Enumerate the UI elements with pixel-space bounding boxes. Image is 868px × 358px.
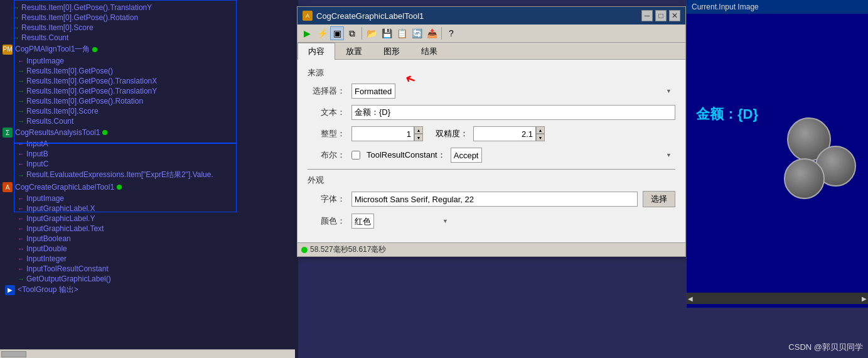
arrow-both-icon: ↔ xyxy=(18,245,24,252)
toolbar-separator-1 xyxy=(362,27,362,40)
tree-item[interactable]: →Results.Item[0].Score xyxy=(0,106,298,116)
view-toggle-button[interactable]: ▣ xyxy=(330,26,344,40)
tree-item[interactable]: ←InputB xyxy=(0,149,298,159)
tree-item[interactable]: ←InputImage xyxy=(0,56,298,66)
tree-item-dot xyxy=(102,130,107,135)
divider-1 xyxy=(308,169,675,170)
tree-item[interactable]: →Results.Item[0].GetPose() xyxy=(0,66,298,76)
arrow-left-icon: ← xyxy=(18,265,24,273)
tree-item[interactable]: →Result.EvaluatedExpressions.Item["ExprE… xyxy=(0,169,298,181)
tree-item[interactable]: ←InputGraphicLabel.X xyxy=(0,203,298,214)
font-input[interactable] xyxy=(351,192,638,207)
tree-item[interactable]: →Results.Item[0].GetPose().TranslationX xyxy=(0,76,298,86)
int-double-row: 整型： ▲ ▼ 双精度： ▲ ▼ xyxy=(308,126,675,141)
help-button[interactable]: ? xyxy=(444,26,458,40)
font-select-button[interactable]: 选择 xyxy=(643,191,675,207)
color-select[interactable]: 红色 xyxy=(351,214,374,229)
tree-item-label: InputGraphicLabel.Y xyxy=(26,214,95,223)
tree-item[interactable]: PMCogPMAlignTool1一角 xyxy=(0,43,298,56)
color-label: 颜色： xyxy=(308,215,345,227)
tree-item[interactable]: ←InputC xyxy=(0,159,298,169)
tree-item[interactable]: ←InputA xyxy=(0,139,298,149)
scroll-left-icon[interactable]: ◀ xyxy=(688,295,693,302)
tree-item[interactable]: ←InputInteger xyxy=(0,254,298,264)
text-input[interactable] xyxy=(351,105,675,120)
tree-item[interactable]: ←InputBoolean xyxy=(0,234,298,244)
preview-image: 金额：{D} ◀ ▶ xyxy=(687,14,868,304)
tree-item[interactable]: →GetOutputGraphicLabel() xyxy=(0,274,298,284)
run-button[interactable]: ▶ xyxy=(300,26,314,40)
double-label: 双精度： xyxy=(436,128,468,139)
tree-item[interactable]: →Results.Item[0].GetPose().Rotation xyxy=(0,96,298,106)
tree-item-label: GetOutputGraphicLabel() xyxy=(26,274,111,283)
tree-item-label: InputC xyxy=(26,160,48,168)
bottom-scrollbar[interactable] xyxy=(0,349,295,358)
arrow-right-icon: → xyxy=(13,34,19,41)
tree-item-label: Results.Item[0].Score xyxy=(21,23,94,32)
dialog-titlebar: A CogCreateGraphicLabelTool1 ─ □ ✕ xyxy=(297,7,685,24)
int-up-button[interactable]: ▲ xyxy=(414,126,423,134)
clipboard-button[interactable]: 📋 xyxy=(395,26,409,40)
tree-item[interactable]: →Results.Item[0].GetPose().Rotation xyxy=(0,13,298,23)
dialog-controls[interactable]: ─ □ ✕ xyxy=(641,10,680,21)
tab-content[interactable]: 内容 xyxy=(297,43,335,60)
minimize-button[interactable]: ─ xyxy=(641,10,653,21)
tree-export-label: <ToolGroup 输出> xyxy=(18,285,78,295)
tree-item[interactable]: ΣCogResultsAnalysisTool1 xyxy=(0,126,298,139)
arrow-left-icon: ← xyxy=(18,160,24,168)
tree-item[interactable]: ACogCreateGraphicLabelTool1 xyxy=(0,181,298,193)
color-wrapper: 红色 xyxy=(351,214,452,229)
tree-item-label: Results.Item[0].GetPose().TranslationX xyxy=(26,77,157,85)
tree-section-label: CogResultsAnalysisTool1 xyxy=(15,128,100,137)
dialog-title-icon: A xyxy=(303,11,313,21)
color-row: 颜色： 红色 xyxy=(308,214,675,229)
tree-panel: →Results.Item[0].GetPose().TranslationY→… xyxy=(0,0,298,358)
toolbar-separator-2 xyxy=(441,27,442,40)
tree-item[interactable]: ←InputToolResultConstant xyxy=(0,264,298,274)
tree-section-label: CogPMAlignTool1一角 xyxy=(15,44,90,55)
tree-item[interactable]: →Results.Item[0].GetPose().TranslationY xyxy=(0,3,298,13)
tab-graphic[interactable]: 图形 xyxy=(373,43,410,60)
preview-scrollbar[interactable]: ◀ ▶ xyxy=(687,293,868,304)
tree-item[interactable]: →Results.Item[0].GetPose().TranslationY xyxy=(0,86,298,96)
tree-item[interactable]: ←InputGraphicLabel.Text xyxy=(0,224,298,234)
arrow-right-icon: → xyxy=(13,14,19,21)
open-button[interactable]: 📂 xyxy=(365,26,378,40)
double-input[interactable] xyxy=(473,126,536,141)
tree-item[interactable]: ▶<ToolGroup 输出> xyxy=(0,284,298,296)
bool-checkbox[interactable] xyxy=(351,151,360,160)
tree-item-label: InputImage xyxy=(26,194,64,203)
tree-item[interactable]: →Results.Count xyxy=(0,116,298,126)
appearance-section-label: 外观 xyxy=(308,175,675,186)
bool-row: 布尔： ToolResultConstant： Accept xyxy=(308,148,675,163)
tree-item-label: Result.EvaluatedExpressions.Item["ExprE结… xyxy=(26,170,213,180)
tab-place[interactable]: 放置 xyxy=(335,43,373,60)
run-once-button[interactable]: ⚡ xyxy=(315,26,329,40)
tree-item[interactable]: →Results.Count xyxy=(0,33,298,43)
int-input[interactable] xyxy=(351,126,414,141)
tree-item[interactable]: ↔InputDouble xyxy=(0,244,298,254)
arrow-right-icon: → xyxy=(13,4,19,11)
close-button[interactable]: ✕ xyxy=(669,10,680,21)
refresh-button[interactable]: 🔄 xyxy=(410,26,424,40)
tree-item[interactable]: ←InputImage xyxy=(0,193,298,203)
tree-section-icon: A xyxy=(3,182,13,192)
arrow-right-icon: → xyxy=(18,77,24,85)
double-up-button[interactable]: ▲ xyxy=(536,126,545,134)
scroll-right-icon[interactable]: ▶ xyxy=(862,295,867,302)
copy-button[interactable]: ⧉ xyxy=(345,26,359,40)
tree-item-label: InputB xyxy=(26,149,48,158)
int-down-button[interactable]: ▼ xyxy=(414,134,423,141)
tree-item[interactable]: →Results.Item[0].Score xyxy=(0,23,298,33)
dialog-toolbar: ▶ ⚡ ▣ ⧉ 📂 💾 📋 🔄 📤 ? xyxy=(297,24,685,43)
selector-select[interactable]: Formatted xyxy=(351,84,395,99)
tree-item-label: Results.Item[0].GetPose().Rotation xyxy=(21,13,138,22)
save-button[interactable]: 💾 xyxy=(380,26,394,40)
export-button[interactable]: 📤 xyxy=(425,26,439,40)
tab-results[interactable]: 结果 xyxy=(410,43,448,60)
scroll-thumb[interactable] xyxy=(1,351,26,357)
tool-result-select[interactable]: Accept xyxy=(451,148,482,163)
double-down-button[interactable]: ▼ xyxy=(536,134,545,141)
tree-item[interactable]: ←InputGraphicLabel.Y xyxy=(0,214,298,224)
maximize-button[interactable]: □ xyxy=(655,10,667,21)
